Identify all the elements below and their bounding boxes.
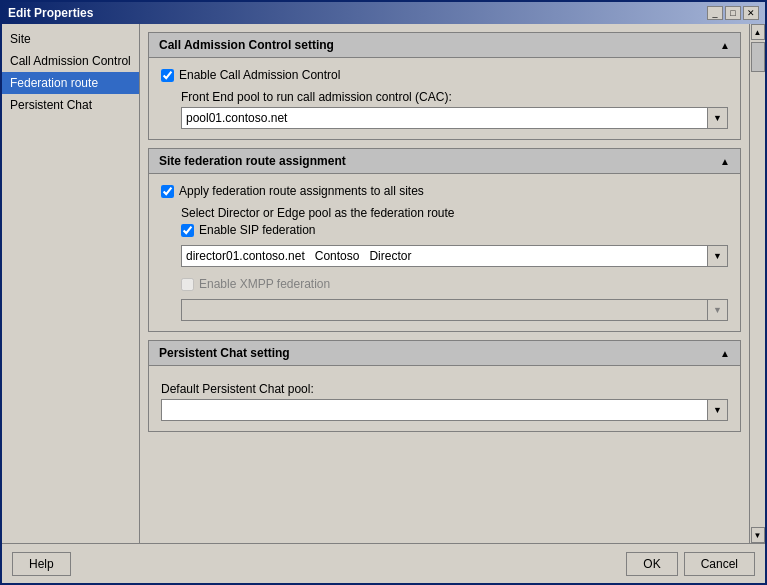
- chat-pool-label: Default Persistent Chat pool:: [161, 382, 728, 396]
- footer-bar: Help OK Cancel: [2, 543, 765, 583]
- federation-route-header: Site federation route assignment ▲: [148, 148, 741, 174]
- xmpp-dropdown-container: ▼: [181, 299, 728, 321]
- scroll-thumb[interactable]: [751, 42, 765, 72]
- scroll-down-button[interactable]: ▼: [751, 527, 765, 543]
- call-admission-section: Call Admission Control setting ▲ Enable …: [148, 32, 741, 140]
- persistent-chat-collapse-icon[interactable]: ▲: [720, 348, 730, 359]
- pool-field-group: Front End pool to run call admission con…: [161, 90, 728, 129]
- xmpp-federation-row: Enable XMPP federation: [181, 277, 728, 291]
- title-bar: Edit Properties _ □ ✕: [2, 2, 765, 24]
- cancel-button[interactable]: Cancel: [684, 552, 755, 576]
- persistent-chat-header: Persistent Chat setting ▲: [148, 340, 741, 366]
- pool-label: Front End pool to run call admission con…: [181, 90, 728, 104]
- call-admission-body: Enable Call Admission Control Front End …: [148, 58, 741, 140]
- apply-federation-checkbox[interactable]: [161, 185, 174, 198]
- sidebar-item-site[interactable]: Site: [2, 28, 139, 50]
- federation-route-body: Apply federation route assignments to al…: [148, 174, 741, 332]
- dialog-buttons: OK Cancel: [626, 552, 755, 576]
- chat-pool-dropdown-button[interactable]: ▼: [708, 399, 728, 421]
- sip-dropdown-button[interactable]: ▼: [708, 245, 728, 267]
- sip-dropdown-container: ▼: [181, 245, 728, 267]
- federation-sub-group: Select Director or Edge pool as the fede…: [161, 206, 728, 321]
- persistent-chat-section: Persistent Chat setting ▲ Default Persis…: [148, 340, 741, 432]
- sidebar: Site Call Admission Control Federation r…: [2, 24, 140, 543]
- pool-dropdown-button[interactable]: ▼: [708, 107, 728, 129]
- scrollbar: ▲ ▼: [749, 24, 765, 543]
- apply-federation-label: Apply federation route assignments to al…: [179, 184, 424, 198]
- minimize-button[interactable]: _: [707, 6, 723, 20]
- enable-cac-checkbox[interactable]: [161, 69, 174, 82]
- chat-pool-input[interactable]: [161, 399, 708, 421]
- right-panel: Call Admission Control setting ▲ Enable …: [140, 24, 765, 543]
- pool-input[interactable]: [181, 107, 708, 129]
- xmpp-federation-label: Enable XMPP federation: [199, 277, 330, 291]
- maximize-button[interactable]: □: [725, 6, 741, 20]
- xmpp-input: [181, 299, 708, 321]
- xmpp-dropdown-button: ▼: [708, 299, 728, 321]
- call-admission-collapse-icon[interactable]: ▲: [720, 40, 730, 51]
- sip-federation-row: Enable SIP federation: [181, 223, 728, 237]
- federation-route-collapse-icon[interactable]: ▲: [720, 156, 730, 167]
- window-controls: _ □ ✕: [707, 6, 759, 20]
- select-director-label: Select Director or Edge pool as the fede…: [181, 206, 728, 220]
- close-button[interactable]: ✕: [743, 6, 759, 20]
- enable-cac-row: Enable Call Admission Control: [161, 68, 728, 82]
- enable-cac-label: Enable Call Admission Control: [179, 68, 340, 82]
- sidebar-item-call-admission-control[interactable]: Call Admission Control: [2, 50, 139, 72]
- main-content: Site Call Admission Control Federation r…: [2, 24, 765, 543]
- window-title: Edit Properties: [8, 6, 93, 20]
- persistent-chat-body: Default Persistent Chat pool: ▼: [148, 366, 741, 432]
- help-button[interactable]: Help: [12, 552, 71, 576]
- pool-dropdown-container: ▼: [181, 107, 728, 129]
- content-scroll: Call Admission Control setting ▲ Enable …: [140, 24, 749, 543]
- sip-input[interactable]: [181, 245, 708, 267]
- chat-pool-dropdown-container: ▼: [161, 399, 728, 421]
- apply-federation-row: Apply federation route assignments to al…: [161, 184, 728, 198]
- ok-button[interactable]: OK: [626, 552, 677, 576]
- xmpp-federation-checkbox[interactable]: [181, 278, 194, 291]
- main-window: Edit Properties _ □ ✕ Site Call Admissio…: [0, 0, 767, 585]
- sidebar-item-federation-route[interactable]: Federation route: [2, 72, 139, 94]
- sip-federation-checkbox[interactable]: [181, 224, 194, 237]
- federation-route-section: Site federation route assignment ▲ Apply…: [148, 148, 741, 332]
- sidebar-item-persistent-chat[interactable]: Persistent Chat: [2, 94, 139, 116]
- scroll-up-button[interactable]: ▲: [751, 24, 765, 40]
- call-admission-header: Call Admission Control setting ▲: [148, 32, 741, 58]
- sip-federation-label: Enable SIP federation: [199, 223, 316, 237]
